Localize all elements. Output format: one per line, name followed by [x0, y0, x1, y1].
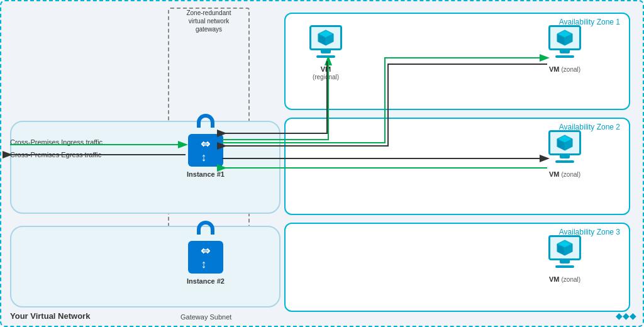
instance1-label: Instance #1: [187, 170, 225, 178]
vm-zonal-2: VM (zonal): [548, 130, 581, 178]
vm-zonal-3: VM (zonal): [548, 235, 581, 283]
lock-icon-2: ⇔↕: [188, 231, 223, 274]
vm-zonal1-label: VM (zonal): [549, 65, 580, 73]
vnet-label: Your Virtual Network: [10, 311, 90, 321]
lock-icon-1: ⇔↕: [188, 124, 223, 167]
dots-indicator: ◆◆◆: [616, 311, 636, 321]
egress-label: Cross-Premises Egress traffic: [10, 151, 101, 158]
zone-redundant-label: Zone-redundant virtual network gateways: [171, 9, 247, 33]
lock-arrows-1: ⇔↕: [201, 137, 210, 164]
diagram-container: Zone-redundant virtual network gateways …: [0, 0, 644, 327]
instance2-label: Instance #2: [187, 277, 225, 285]
vm-regional-base: [316, 55, 335, 58]
gateway-subnet-label: Gateway Subnet: [180, 313, 231, 321]
vm-zonal2-label: VM (zonal): [549, 170, 580, 178]
lock-body-1: ⇔↕: [188, 134, 223, 167]
cube-icon-zonal2: [556, 134, 574, 152]
vm-zonal1-monitor: [548, 25, 581, 50]
cube-icon-zonal1: [556, 29, 574, 47]
gateway-instance-1: ⇔↕ Instance #1: [187, 124, 225, 178]
vm-zonal3-monitor: [548, 235, 581, 260]
ingress-label: Cross-Premises Ingress traffic: [10, 138, 103, 146]
vm-zonal2-monitor: [548, 130, 581, 155]
zone-row-3: [10, 226, 280, 308]
vm-regional: VM (regional): [309, 25, 342, 80]
cube-icon-regional: [317, 29, 335, 47]
lock-shackle-2: [197, 221, 214, 235]
lock-body-2: ⇔↕: [188, 241, 223, 274]
lock-arrows-2: ⇔↕: [201, 244, 210, 271]
vm-regional-label: VM (regional): [313, 65, 339, 80]
vm-zonal2-base: [555, 160, 574, 163]
vm-regional-monitor: [309, 25, 342, 50]
gateway-instance-2: ⇔↕ Instance #2: [187, 231, 225, 285]
vm-zonal1-base: [555, 55, 574, 58]
vm-zonal-1: VM (zonal): [548, 25, 581, 73]
vm-zonal3-base: [555, 265, 574, 268]
lock-shackle-1: [197, 114, 214, 128]
vm-zonal3-label: VM (zonal): [549, 275, 580, 283]
cube-icon-zonal3: [556, 239, 574, 257]
zone-row-1: [10, 121, 280, 214]
